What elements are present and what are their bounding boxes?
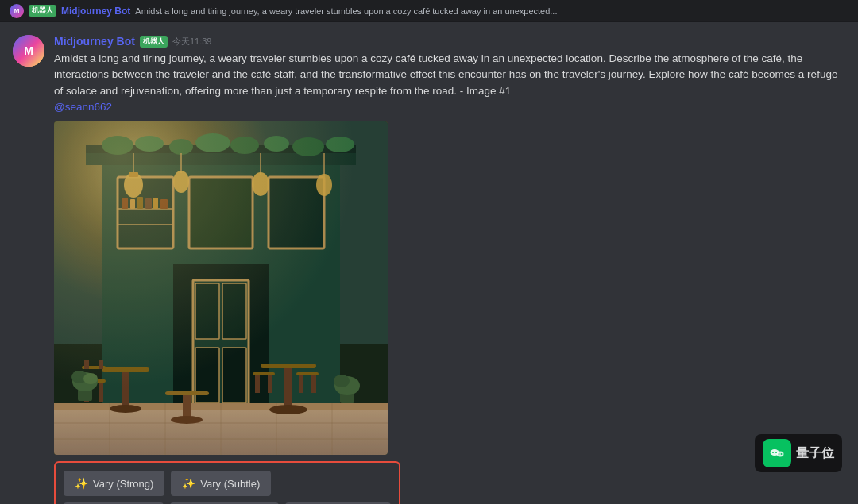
message-body: Midjourney Bot 机器人 今天11:39 Amidst a long… — [54, 35, 845, 504]
image-label: - Image #1 — [460, 85, 512, 97]
wechat-watermark: 量子位 — [755, 434, 842, 472]
message-body-text: Amidst a long and tiring journey, a wear… — [54, 52, 837, 97]
main-content: M Midjourney Bot 机器人 今天11:39 Amidst a lo… — [0, 22, 858, 504]
action-buttons-container: ✨ Vary (Strong) ✨ Vary (Subtle) 🔍 Zoom O… — [54, 461, 400, 504]
vary-strong-button[interactable]: ✨ Vary (Strong) — [64, 471, 164, 496]
bot-avatar: M — [13, 35, 44, 67]
top-bar-avatar: M — [10, 4, 24, 18]
vary-subtle-button[interactable]: ✨ Vary (Subtle) — [171, 471, 271, 496]
message-text: Amidst a long and tiring journey, a wear… — [54, 51, 845, 115]
message-container: M Midjourney Bot 机器人 今天11:39 Amidst a lo… — [13, 35, 845, 504]
svg-text:M: M — [24, 44, 33, 57]
vary-subtle-label: Vary (Subtle) — [200, 478, 260, 490]
top-bar-robot-badge: 机器人 — [29, 5, 56, 17]
message-header: Midjourney Bot 机器人 今天11:39 — [54, 35, 845, 48]
generated-image — [54, 121, 388, 455]
svg-point-88 — [781, 453, 783, 455]
top-notification-bar: M 机器人 Midjourney Bot Amidst a long and t… — [0, 0, 858, 22]
vary-strong-label: Vary (Strong) — [93, 478, 153, 490]
top-bar-bot-name: Midjourney Bot — [61, 6, 130, 17]
vary-buttons-row: ✨ Vary (Strong) ✨ Vary (Subtle) — [64, 471, 391, 496]
sparkle-icon: ✨ — [75, 477, 88, 490]
mention-tag: @seann662 — [54, 101, 112, 113]
svg-point-87 — [779, 453, 780, 455]
top-bar-preview-text: Amidst a long and tiring journey, a wear… — [135, 6, 557, 16]
svg-point-84 — [777, 452, 784, 457]
wechat-platform-name: 量子位 — [796, 445, 834, 462]
svg-point-86 — [775, 452, 777, 453]
sparkle2-icon: ✨ — [182, 477, 195, 490]
wechat-icon — [763, 439, 791, 467]
author-badge: 机器人 — [140, 36, 168, 48]
message-author: Midjourney Bot — [54, 35, 135, 48]
svg-point-85 — [772, 452, 774, 453]
svg-rect-82 — [54, 121, 388, 455]
message-timestamp: 今天11:39 — [172, 36, 212, 48]
